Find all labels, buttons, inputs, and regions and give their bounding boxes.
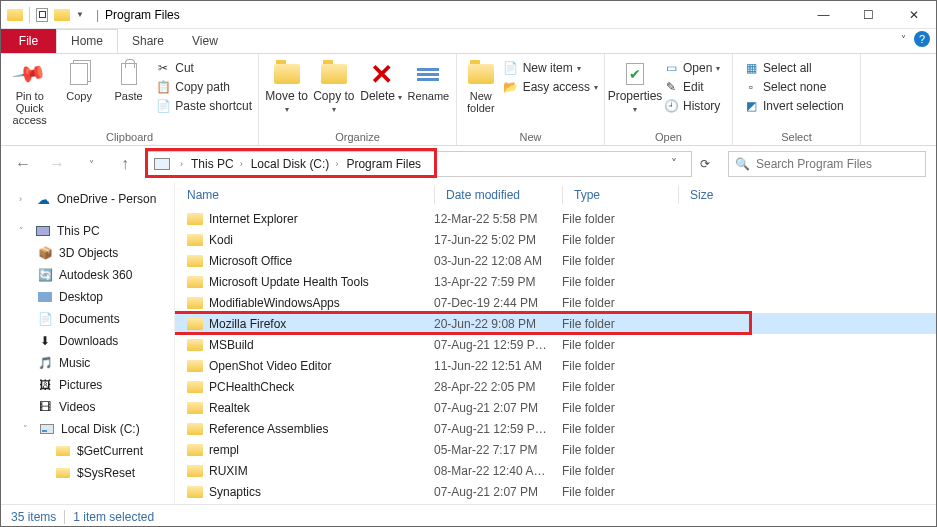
nav-item[interactable]: 📦3D Objects (1, 242, 174, 264)
file-row[interactable]: MSBuild07-Aug-21 12:59 P…File folder (175, 334, 936, 355)
file-row[interactable]: rempl05-Mar-22 7:17 PMFile folder (175, 439, 936, 460)
file-rows[interactable]: Internet Explorer12-Mar-22 5:58 PMFile f… (175, 208, 936, 504)
history-button[interactable]: 🕘History (663, 98, 720, 114)
minimize-ribbon-icon[interactable]: ˅ (901, 34, 906, 45)
new-item-button[interactable]: 📄New item ▾ (503, 60, 598, 76)
nav-item[interactable]: 🔄Autodesk 360 (1, 264, 174, 286)
select-none-button[interactable]: ▫Select none (743, 79, 844, 95)
nav-item[interactable]: $SysReset (1, 462, 174, 484)
nav-item[interactable]: $GetCurrent (1, 440, 174, 462)
file-row[interactable]: Realtek07-Aug-21 2:07 PMFile folder (175, 397, 936, 418)
nav-this-pc[interactable]: ˅This PC (1, 220, 174, 242)
move-to-icon (274, 64, 300, 84)
copy-to-button[interactable]: Copy to ▾ (312, 58, 355, 114)
breadcrumb-drive[interactable]: Local Disk (C:)› (251, 157, 343, 171)
file-tab[interactable]: File (1, 29, 56, 53)
chevron-down-icon: ˅ (19, 226, 29, 236)
file-row[interactable]: Mozilla Firefox20-Jun-22 9:08 PMFile fol… (175, 313, 936, 334)
copy-path-button[interactable]: 📋Copy path (155, 79, 252, 95)
file-type: File folder (562, 443, 678, 457)
search-box[interactable]: 🔍 Search Program Files (728, 151, 926, 177)
file-name: Microsoft Update Health Tools (209, 275, 369, 289)
file-row[interactable]: Internet Explorer12-Mar-22 5:58 PMFile f… (175, 208, 936, 229)
maximize-button[interactable]: ☐ (846, 1, 891, 28)
breadcrumb-bar[interactable]: › This PC› Local Disk (C:)› Program File… (147, 151, 692, 177)
file-row[interactable]: OpenShot Video Editor11-Jun-22 12:51 AMF… (175, 355, 936, 376)
file-name: OpenShot Video Editor (209, 359, 332, 373)
nav-item[interactable]: ⬇Downloads (1, 330, 174, 352)
folder-icon (55, 466, 71, 480)
back-button[interactable]: ← (11, 152, 35, 176)
paste-shortcut-icon: 📄 (155, 98, 171, 114)
select-all-button[interactable]: ▦Select all (743, 60, 844, 76)
search-icon: 🔍 (735, 157, 750, 171)
breadcrumb-folder[interactable]: Program Files (346, 157, 421, 171)
qat-chevron-icon[interactable]: ▼ (76, 10, 84, 19)
navigation-pane[interactable]: ›☁OneDrive - Person ˅This PC 📦3D Objects… (1, 182, 175, 504)
file-type: File folder (562, 338, 678, 352)
paste-icon (121, 63, 137, 85)
nav-onedrive[interactable]: ›☁OneDrive - Person (1, 188, 174, 210)
properties-icon[interactable] (36, 8, 48, 22)
folder-icon: 🎞 (37, 400, 53, 414)
new-group: New folder 📄New item ▾ 📂Easy access ▾ Ne… (457, 54, 605, 145)
close-button[interactable]: ✕ (891, 1, 936, 28)
chevron-down-icon: ▾ (285, 105, 289, 114)
breadcrumb-this-pc[interactable]: This PC› (191, 157, 247, 171)
chevron-right-icon: › (180, 159, 183, 169)
cut-button[interactable]: ✂Cut (155, 60, 252, 76)
minimize-button[interactable]: — (801, 1, 846, 28)
nav-item[interactable]: 🖼Pictures (1, 374, 174, 396)
file-row[interactable]: Synaptics07-Aug-21 2:07 PMFile folder (175, 481, 936, 502)
nav-item[interactable]: 📄Documents (1, 308, 174, 330)
forward-button[interactable]: → (45, 152, 69, 176)
properties-button[interactable]: Properties ▾ (611, 58, 659, 114)
select-none-icon: ▫ (743, 79, 759, 95)
file-row[interactable]: PCHealthCheck28-Apr-22 2:05 PMFile folde… (175, 376, 936, 397)
new-folder-icon[interactable] (54, 9, 70, 21)
address-dropdown-button[interactable]: ˅ (663, 157, 685, 171)
file-row[interactable]: Kodi17-Jun-22 5:02 PMFile folder (175, 229, 936, 250)
folder-icon (187, 339, 203, 351)
file-row[interactable]: RUXIM08-Mar-22 12:40 A…File folder (175, 460, 936, 481)
refresh-button[interactable]: ⟳ (692, 151, 718, 177)
column-size[interactable]: Size (678, 188, 758, 202)
titlebar: ▼ | Program Files — ☐ ✕ (1, 1, 936, 29)
nav-item[interactable]: Desktop (1, 286, 174, 308)
new-folder-button[interactable]: New folder (463, 58, 499, 114)
recent-locations-button[interactable]: ˅ (79, 152, 103, 176)
nav-item[interactable]: 🎵Music (1, 352, 174, 374)
file-row[interactable]: Microsoft Update Health Tools13-Apr-22 7… (175, 271, 936, 292)
edit-icon: ✎ (663, 79, 679, 95)
folder-icon (187, 276, 203, 288)
folder-icon: 🔄 (37, 268, 53, 282)
file-row[interactable]: Reference Assemblies07-Aug-21 12:59 P…Fi… (175, 418, 936, 439)
paste-shortcut-button[interactable]: 📄Paste shortcut (155, 98, 252, 114)
invert-selection-button[interactable]: ◩Invert selection (743, 98, 844, 114)
help-icon[interactable]: ? (914, 31, 930, 47)
column-name[interactable]: Name (175, 188, 434, 202)
nav-item[interactable]: ˅Local Disk (C:) (1, 418, 174, 440)
file-row[interactable]: ModifiableWindowsApps07-Dec-19 2:44 PMFi… (175, 292, 936, 313)
move-to-button[interactable]: Move to ▾ (265, 58, 308, 114)
share-tab[interactable]: Share (118, 29, 178, 53)
rename-button[interactable]: Rename (407, 58, 450, 102)
file-type: File folder (562, 359, 678, 373)
view-tab[interactable]: View (178, 29, 232, 53)
file-name: Mozilla Firefox (209, 317, 286, 331)
home-tab[interactable]: Home (56, 29, 118, 53)
pin-quick-access-button[interactable]: 📌 Pin to Quick access (7, 58, 52, 126)
copy-button[interactable]: Copy (56, 58, 101, 102)
up-button[interactable]: ↑ (113, 152, 137, 176)
edit-button[interactable]: ✎Edit (663, 79, 720, 95)
column-date[interactable]: Date modified (434, 188, 562, 202)
easy-access-button[interactable]: 📂Easy access ▾ (503, 79, 598, 95)
file-date: 07-Dec-19 2:44 PM (434, 296, 562, 310)
open-button[interactable]: ▭Open ▾ (663, 60, 720, 76)
nav-item[interactable]: 🎞Videos (1, 396, 174, 418)
delete-button[interactable]: ✕ Delete ▾ (360, 58, 403, 102)
chevron-right-icon: › (335, 159, 338, 169)
paste-button[interactable]: Paste (106, 58, 151, 102)
file-row[interactable]: Microsoft Office03-Jun-22 12:08 AMFile f… (175, 250, 936, 271)
column-type[interactable]: Type (562, 188, 678, 202)
